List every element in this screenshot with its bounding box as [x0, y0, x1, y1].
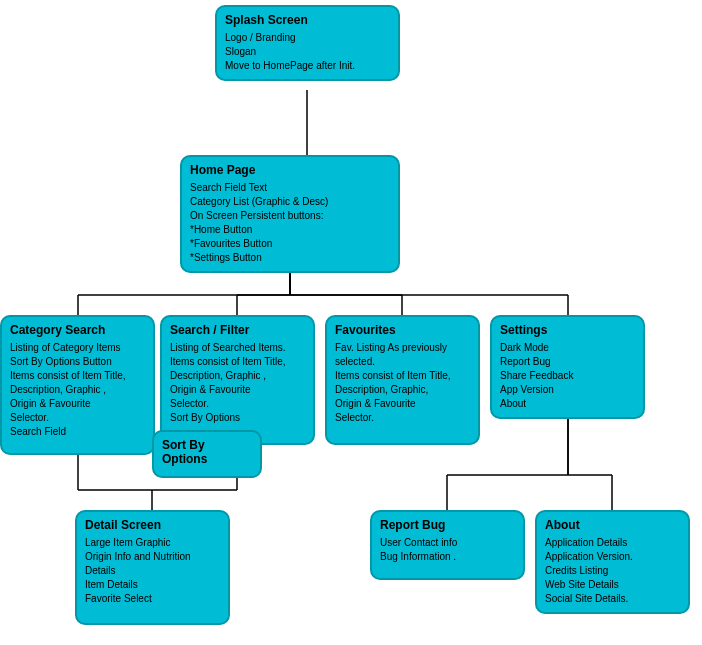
splash-node: Splash Screen Logo / Branding Slogan Mov… [215, 5, 400, 81]
detail-body: Large Item Graphic Origin Info and Nutri… [85, 536, 220, 606]
detail-node: Detail Screen Large Item Graphic Origin … [75, 510, 230, 625]
settings-body: Dark Mode Report Bug Share Feedback App … [500, 341, 635, 411]
category-node: Category Search Listing of Category Item… [0, 315, 155, 455]
favourites-title: Favourites [335, 323, 470, 337]
favourites-body: Fav. Listing As previously selected. Ite… [335, 341, 470, 425]
reportbug-title: Report Bug [380, 518, 515, 532]
homepage-node: Home Page Search Field Text Category Lis… [180, 155, 400, 273]
settings-node: Settings Dark Mode Report Bug Share Feed… [490, 315, 645, 419]
about-title: About [545, 518, 680, 532]
settings-title: Settings [500, 323, 635, 337]
searchfilter-body: Listing of Searched Items. Items consist… [170, 341, 305, 425]
reportbug-body: User Contact info Bug Information . [380, 536, 515, 564]
splash-body: Logo / Branding Slogan Move to HomePage … [225, 31, 390, 73]
reportbug-node: Report Bug User Contact info Bug Informa… [370, 510, 525, 580]
searchfilter-title: Search / Filter [170, 323, 305, 337]
about-node: About Application Details Application Ve… [535, 510, 690, 614]
homepage-body: Search Field Text Category List (Graphic… [190, 181, 390, 265]
splash-title: Splash Screen [225, 13, 390, 27]
detail-title: Detail Screen [85, 518, 220, 532]
favourites-node: Favourites Fav. Listing As previously se… [325, 315, 480, 445]
category-title: Category Search [10, 323, 145, 337]
diagram: Splash Screen Logo / Branding Slogan Mov… [0, 0, 702, 645]
category-body: Listing of Category Items Sort By Option… [10, 341, 145, 439]
sortby-node: Sort By Options [152, 430, 262, 478]
about-body: Application Details Application Version.… [545, 536, 680, 606]
searchfilter-node: Search / Filter Listing of Searched Item… [160, 315, 315, 445]
homepage-title: Home Page [190, 163, 390, 177]
sortby-title: Sort By Options [162, 438, 252, 466]
